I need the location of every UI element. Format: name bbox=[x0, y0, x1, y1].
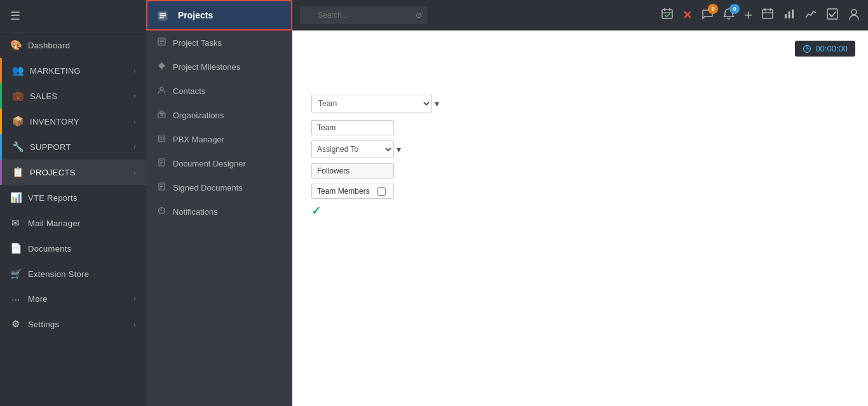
submenu-item-document-designer[interactable]: Document Designer bbox=[146, 151, 292, 175]
sidebar-item-dashboard[interactable]: 🎨 Dashboard bbox=[0, 32, 146, 58]
close-x-icon[interactable]: ✕ bbox=[682, 8, 692, 22]
sidebar: ☰ 🎨 Dashboard 👥 MARKETING › 💼 SALES › 📦 … bbox=[0, 0, 146, 406]
svg-rect-11 bbox=[160, 111, 163, 114]
documents-icon: 📄 bbox=[10, 243, 22, 254]
bell-icon[interactable]: 0 bbox=[722, 8, 735, 24]
sidebar-item-more[interactable]: ··· More › bbox=[0, 287, 146, 311]
sidebar-item-projects[interactable]: 📋 PROJECTS › bbox=[0, 159, 146, 185]
chevron-right-icon: › bbox=[133, 321, 136, 328]
submenu-item-label: Notifications bbox=[173, 207, 218, 217]
topbar-icons: ✕ 0 0 + bbox=[661, 7, 860, 24]
search-wrapper: 🔍 ⊙ bbox=[300, 6, 427, 24]
settings-icon: ⚙ bbox=[10, 318, 22, 330]
dropdown-select[interactable]: Team bbox=[311, 95, 432, 112]
dashboard-icon: 🎨 bbox=[10, 39, 22, 51]
sidebar-item-settings[interactable]: ⚙ Settings › bbox=[0, 311, 146, 337]
submenu-item-project-tasks[interactable]: Project Tasks bbox=[146, 30, 292, 55]
content-area: 00:00:00 Team ▾ Team Assigned To bbox=[292, 30, 868, 406]
submenu-header[interactable]: Projects bbox=[146, 0, 292, 30]
document-designer-icon bbox=[156, 158, 166, 168]
signed-documents-icon bbox=[156, 182, 166, 193]
team-members-field[interactable]: Team Members bbox=[311, 184, 394, 199]
organizations-icon bbox=[156, 110, 166, 120]
sidebar-item-marketing[interactable]: 👥 MARKETING › bbox=[0, 58, 146, 83]
submenu-item-notifications[interactable]: Notifications bbox=[146, 200, 292, 224]
svg-point-32 bbox=[163, 210, 163, 210]
sidebar-item-extension-store[interactable]: 🛒 Extension Store bbox=[0, 261, 146, 287]
submenu-item-contacts[interactable]: Contacts bbox=[146, 79, 292, 103]
svg-point-15 bbox=[159, 137, 161, 138]
submenu-item-label: PBX Manager bbox=[173, 135, 224, 144]
chevron-right-icon: › bbox=[133, 67, 136, 74]
submenu-item-pbx-manager[interactable]: PBX Manager bbox=[146, 127, 292, 151]
sidebar-item-label: Dashboard bbox=[28, 41, 136, 50]
calendar-icon[interactable] bbox=[761, 8, 774, 24]
calendar-check-icon[interactable] bbox=[661, 8, 674, 24]
form-row-checkbox: ✓ bbox=[311, 204, 855, 218]
sidebar-item-label: Extension Store bbox=[28, 269, 136, 279]
svg-point-45 bbox=[851, 10, 857, 15]
chat-icon[interactable]: 0 bbox=[701, 8, 714, 24]
plus-icon[interactable]: + bbox=[744, 7, 752, 24]
assigned-to-chevron-icon: ▾ bbox=[397, 144, 401, 154]
assigned-to-select[interactable]: Assigned To bbox=[311, 140, 394, 158]
team-field[interactable]: Team bbox=[311, 120, 394, 135]
svg-rect-42 bbox=[789, 11, 790, 18]
search-input[interactable] bbox=[300, 6, 427, 24]
sidebar-item-label: More bbox=[28, 294, 133, 304]
project-tasks-icon bbox=[156, 37, 166, 48]
extension-store-icon: 🛒 bbox=[10, 268, 22, 280]
submenu-header-label: Projects bbox=[178, 10, 213, 20]
svg-rect-33 bbox=[662, 10, 672, 18]
followers-field[interactable]: Followers bbox=[311, 163, 394, 179]
svg-point-9 bbox=[160, 87, 163, 90]
checkbox-icon[interactable] bbox=[826, 8, 839, 24]
submenu-panel: Projects Project Tasks Project Milestone… bbox=[146, 0, 292, 406]
team-members-value: Team Members bbox=[317, 187, 370, 196]
hamburger-icon[interactable]: ☰ bbox=[10, 9, 20, 23]
team-members-checkbox[interactable] bbox=[377, 187, 386, 196]
sidebar-item-vte-reports[interactable]: 📊 VTE Reports bbox=[0, 185, 146, 210]
svg-rect-43 bbox=[792, 10, 794, 18]
topbar: 🔍 ⊙ ✕ 0 bbox=[292, 0, 868, 30]
svg-rect-5 bbox=[159, 40, 164, 41]
search-clear-icon[interactable]: ⊙ bbox=[416, 11, 422, 20]
svg-rect-3 bbox=[159, 17, 164, 18]
svg-point-20 bbox=[163, 139, 164, 140]
svg-point-31 bbox=[161, 210, 161, 210]
line-chart-icon[interactable] bbox=[804, 8, 817, 24]
submenu-item-signed-documents[interactable]: Signed Documents bbox=[146, 175, 292, 200]
sidebar-item-sales[interactable]: 💼 SALES › bbox=[0, 83, 146, 109]
project-milestones-icon bbox=[156, 62, 166, 72]
bar-chart-icon[interactable] bbox=[783, 8, 796, 24]
svg-rect-14 bbox=[158, 135, 165, 142]
chevron-right-icon: › bbox=[133, 295, 136, 302]
user-icon[interactable] bbox=[848, 8, 860, 24]
form-row-team: Team bbox=[311, 120, 855, 135]
svg-rect-1 bbox=[159, 13, 166, 15]
svg-point-16 bbox=[161, 137, 162, 138]
sales-icon: 💼 bbox=[12, 90, 24, 102]
submenu-item-project-milestones[interactable]: Project Milestones bbox=[146, 55, 292, 79]
sidebar-item-support[interactable]: 🔧 SUPPORT › bbox=[0, 134, 146, 159]
sidebar-item-documents[interactable]: 📄 Documents bbox=[0, 236, 146, 261]
svg-marker-8 bbox=[158, 62, 165, 69]
sidebar-header: ☰ bbox=[0, 0, 146, 32]
form-row-assigned-to: Assigned To ▾ bbox=[311, 140, 855, 158]
vte-reports-icon: 📊 bbox=[10, 192, 22, 203]
sidebar-item-inventory[interactable]: 📦 INVENTORY › bbox=[0, 109, 146, 134]
submenu-item-label: Project Tasks bbox=[173, 38, 222, 48]
dropdown-arrow-icon: ▾ bbox=[435, 98, 439, 109]
timer-bar: 00:00:00 bbox=[305, 41, 855, 57]
svg-rect-6 bbox=[159, 41, 164, 42]
submenu-item-organizations[interactable]: Organizations bbox=[146, 103, 292, 127]
sidebar-item-label: Documents bbox=[28, 244, 136, 254]
timer-button[interactable]: 00:00:00 bbox=[795, 41, 855, 57]
sidebar-item-label: PROJECTS bbox=[30, 168, 133, 177]
timer-label: 00:00:00 bbox=[815, 44, 848, 53]
chevron-right-icon: › bbox=[133, 93, 136, 100]
sidebar-item-mail-manager[interactable]: ✉ Mail Manager bbox=[0, 210, 146, 236]
sidebar-item-label: SUPPORT bbox=[30, 142, 133, 152]
mail-icon: ✉ bbox=[10, 217, 22, 229]
submenu-item-label: Organizations bbox=[173, 111, 224, 120]
